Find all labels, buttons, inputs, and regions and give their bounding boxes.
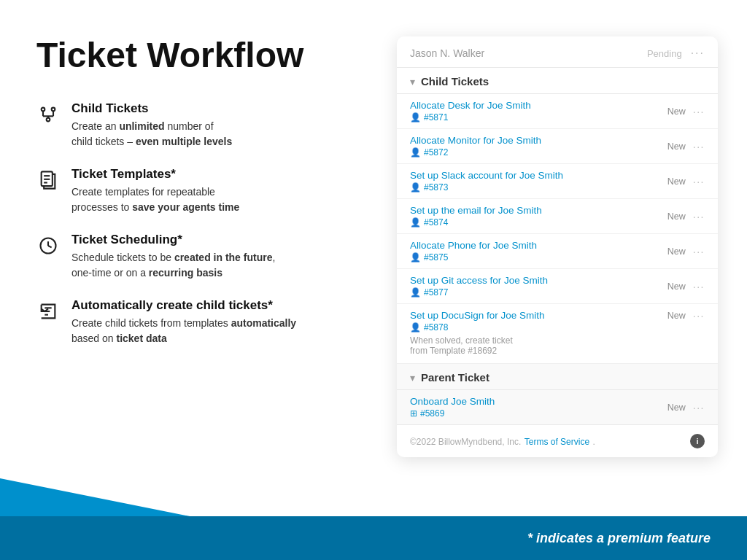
child-tickets-title: Child Tickets <box>71 101 232 116</box>
ticket-item: Set up Slack account for Joe Smith 👤 #58… <box>397 164 718 199</box>
ticket-templates-desc: Create templates for repeatableprocesses… <box>71 184 239 215</box>
ticket-footer: ©2022 BillowMyndbend, Inc. Terms of Serv… <box>397 425 718 457</box>
ticket-item-5-left: Allocate Phone for Joe Smith 👤 #5875 <box>410 240 667 262</box>
ticket-card: Jason N. Walker Pending ··· ▾ Child Tick… <box>397 36 718 457</box>
user-icon: 👤 <box>410 182 421 192</box>
right-panel: Jason N. Walker Pending ··· ▾ Child Tick… <box>397 36 718 516</box>
ticket-templates-text: Ticket Templates* Create templates for r… <box>71 167 239 215</box>
ticket-item-6-menu[interactable]: ··· <box>693 281 705 292</box>
child-tickets-icon <box>36 103 60 126</box>
page-title: Ticket Workflow <box>36 36 368 75</box>
footer-tos-link[interactable]: Terms of Service <box>525 437 589 447</box>
premium-note: * indicates a premium feature <box>527 531 711 546</box>
ticket-item-1-status: New <box>667 106 686 117</box>
ticket-header-menu[interactable]: ··· <box>691 47 705 60</box>
ticket-item-7-id: 👤 #5878 <box>410 322 667 332</box>
parent-ticket-status: New <box>667 402 686 413</box>
auto-child-text: Automatically create child tickets* Crea… <box>71 298 296 346</box>
ticket-item: Allocate Monitor for Joe Smith 👤 #5872 N… <box>397 129 718 164</box>
bottom-bar: * indicates a premium feature <box>0 516 747 560</box>
feature-item-ticket-templates: Ticket Templates* Create templates for r… <box>36 167 368 215</box>
ticket-item: Allocate Desk for Joe Smith 👤 #5871 New … <box>397 94 718 129</box>
ticket-item-7-title[interactable]: Set up DocuSign for Joe Smith <box>410 310 667 321</box>
ticket-item-4-right: New ··· <box>667 211 705 222</box>
user-icon: 👤 <box>410 287 421 298</box>
ticket-header-right: Pending ··· <box>647 47 705 60</box>
ticket-item-2-left: Allocate Monitor for Joe Smith 👤 #5872 <box>410 135 667 158</box>
parent-ticket-menu[interactable]: ··· <box>693 402 705 413</box>
info-icon[interactable]: i <box>690 434 705 448</box>
ticket-item-2-title[interactable]: Allocate Monitor for Joe Smith <box>410 135 667 146</box>
parent-section-title: Parent Ticket <box>421 371 489 384</box>
parent-ticket-right: New ··· <box>667 402 705 413</box>
ticket-item-6-status: New <box>667 281 686 292</box>
ticket-item-6-title[interactable]: Set up Git access for Joe Smith <box>410 275 667 286</box>
ticket-item-2-right: New ··· <box>667 141 705 152</box>
chevron-down-icon: ▾ <box>410 76 415 88</box>
ticket-item-5-right: New ··· <box>667 246 705 257</box>
ticket-item-3-menu[interactable]: ··· <box>693 176 705 187</box>
user-icon: 👤 <box>410 217 421 228</box>
ticket-item-3-id: 👤 #5873 <box>410 182 667 192</box>
user-icon: 👤 <box>410 147 421 158</box>
ticket-item-2-menu[interactable]: ··· <box>693 141 705 152</box>
parent-tickets-section-header: ▾ Parent Ticket <box>397 364 718 390</box>
ticket-item-1-id: 👤 #5871 <box>410 112 667 122</box>
parent-ticket-id: ⊞ #5869 <box>410 408 667 419</box>
ticket-item-4-left: Set up the email for Joe Smith 👤 #5874 <box>410 205 667 228</box>
ticket-templates-title: Ticket Templates* <box>71 167 239 182</box>
ticket-item: Set up Git access for Joe Smith 👤 #5877 … <box>397 269 718 304</box>
ticket-scheduling-desc: Schedule tickets to be created in the fu… <box>71 250 275 281</box>
ticket-pending-status: Pending <box>647 48 682 59</box>
docusign-main-row: Set up DocuSign for Joe Smith 👤 #5878 Ne… <box>410 310 705 332</box>
chevron-down-icon: ▾ <box>410 372 415 384</box>
ticket-scheduling-icon <box>36 234 60 257</box>
ticket-item-4-title[interactable]: Set up the email for Joe Smith <box>410 205 667 216</box>
docusign-note: When solved, create ticketfrom Template … <box>410 335 705 356</box>
ticket-item-5-status: New <box>667 246 686 257</box>
auto-child-tickets-icon <box>36 300 60 323</box>
ticket-item-2-id: 👤 #5872 <box>410 147 667 158</box>
ticket-item-6-id: 👤 #5877 <box>410 287 667 298</box>
ticket-scheduling-text: Ticket Scheduling* Schedule tickets to b… <box>71 233 275 281</box>
svg-point-2 <box>47 117 50 121</box>
ticket-item-3-status: New <box>667 176 686 187</box>
ticket-item-5-menu[interactable]: ··· <box>693 246 705 257</box>
ticket-item-3-left: Set up Slack account for Joe Smith 👤 #58… <box>410 170 667 192</box>
ticket-item-2-status: New <box>667 141 686 152</box>
svg-point-0 <box>42 107 45 111</box>
auto-child-desc: Create child tickets from templates auto… <box>71 316 296 346</box>
ticket-item-7-right: New ··· <box>667 310 705 322</box>
footer-copyright-area: ©2022 BillowMyndbend, Inc. Terms of Serv… <box>410 435 595 448</box>
ticket-item-3-right: New ··· <box>667 176 705 187</box>
ticket-item-4-menu[interactable]: ··· <box>693 211 705 222</box>
footer-copyright: ©2022 BillowMyndbend, Inc. <box>410 437 521 447</box>
left-panel: Ticket Workflow <box>36 36 368 516</box>
ticket-item-1-menu[interactable]: ··· <box>693 106 705 117</box>
ticket-item-3-title[interactable]: Set up Slack account for Joe Smith <box>410 170 667 181</box>
feature-item-ticket-scheduling: Ticket Scheduling* Schedule tickets to b… <box>36 233 368 281</box>
user-icon: 👤 <box>410 112 421 122</box>
parent-ticket-item: Onboard Joe Smith ⊞ #5869 New ··· <box>397 390 718 425</box>
svg-point-1 <box>52 107 55 111</box>
ticket-item-4-id: 👤 #5874 <box>410 217 667 228</box>
auto-child-title: Automatically create child tickets* <box>71 298 296 313</box>
user-icon: 👤 <box>410 322 421 332</box>
feature-list: Child Tickets Create an unlimited number… <box>36 101 368 346</box>
ticket-item-5-id: 👤 #5875 <box>410 252 667 262</box>
ticket-item-1-right: New ··· <box>667 106 705 117</box>
ticket-item-7-status: New <box>667 311 686 321</box>
ticket-item-1-title[interactable]: Allocate Desk for Joe Smith <box>410 100 667 111</box>
ticket-item: Set up the email for Joe Smith 👤 #5874 N… <box>397 199 718 234</box>
child-tickets-section-title: Child Tickets <box>421 75 489 88</box>
ticket-item-5-title[interactable]: Allocate Phone for Joe Smith <box>410 240 667 251</box>
ticket-item-4-status: New <box>667 211 686 222</box>
child-tickets-desc: Create an unlimited number ofchild ticke… <box>71 119 232 149</box>
feature-item-child-tickets: Child Tickets Create an unlimited number… <box>36 101 368 149</box>
parent-ticket-left: Onboard Joe Smith ⊞ #5869 <box>410 396 667 419</box>
ticket-item-1-left: Allocate Desk for Joe Smith 👤 #5871 <box>410 100 667 122</box>
svg-line-13 <box>48 246 52 247</box>
parent-ticket-title[interactable]: Onboard Joe Smith <box>410 396 667 407</box>
grid-icon: ⊞ <box>410 408 417 419</box>
ticket-item-7-menu[interactable]: ··· <box>693 310 705 322</box>
